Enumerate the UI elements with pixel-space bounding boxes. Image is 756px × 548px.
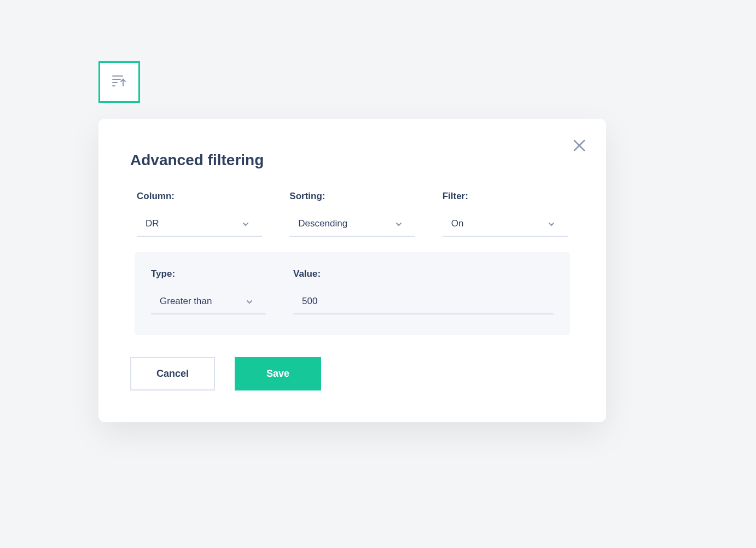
chevron-down-icon (246, 296, 253, 306)
close-button[interactable] (569, 135, 590, 158)
button-row: Cancel Save (130, 357, 574, 390)
value-label: Value: (293, 269, 554, 279)
value-field-group: Value: 500 (293, 269, 554, 314)
close-icon (572, 146, 586, 154)
chevron-down-icon (242, 219, 249, 229)
chevron-down-icon (396, 219, 402, 229)
value-input-text: 500 (302, 296, 317, 306)
sorting-label: Sorting: (289, 191, 415, 202)
cancel-button[interactable]: Cancel (130, 357, 215, 390)
type-value: Greater than (160, 296, 212, 307)
column-label: Column: (137, 191, 262, 202)
sorting-field-group: Sorting: Descending (289, 191, 415, 237)
type-label: Type: (151, 269, 266, 279)
value-input[interactable]: 500 (293, 290, 554, 314)
chevron-down-icon (548, 219, 555, 229)
column-value: DR (146, 218, 159, 229)
save-button[interactable]: Save (235, 357, 321, 390)
sorting-select[interactable]: Descending (289, 213, 415, 237)
filter-details-panel: Type: Greater than Value: 500 (135, 252, 570, 335)
advanced-filtering-modal: Advanced filtering Column: DR Sorting: D… (98, 119, 606, 422)
type-select[interactable]: Greater than (151, 290, 266, 314)
primary-fields-row: Column: DR Sorting: Descending (130, 191, 574, 237)
modal-title: Advanced filtering (130, 151, 574, 169)
filter-select[interactable]: On (443, 213, 568, 237)
filter-value: On (451, 218, 464, 229)
type-field-group: Type: Greater than (151, 269, 266, 314)
sorting-value: Descending (298, 218, 347, 229)
column-field-group: Column: DR (137, 191, 262, 237)
sort-ascending-icon (112, 74, 127, 90)
sort-filter-trigger-button[interactable] (98, 61, 140, 103)
filter-label: Filter: (443, 191, 568, 202)
column-select[interactable]: DR (137, 213, 262, 237)
filter-field-group: Filter: On (443, 191, 568, 237)
